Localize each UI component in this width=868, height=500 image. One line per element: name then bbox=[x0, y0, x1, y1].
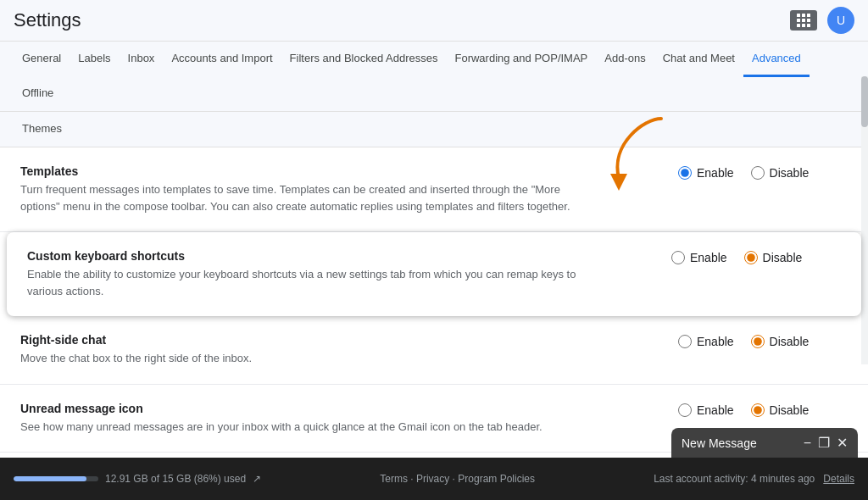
account-avatar[interactable]: U bbox=[827, 7, 854, 34]
tab-themes[interactable]: Themes bbox=[14, 112, 70, 147]
templates-text: Templates Turn frequent messages into te… bbox=[20, 164, 678, 214]
tab-chat-meet[interactable]: Chat and Meet bbox=[654, 42, 743, 77]
svg-rect-4 bbox=[802, 19, 805, 22]
svg-rect-5 bbox=[807, 19, 810, 22]
tab-filters-blocked[interactable]: Filters and Blocked Addresses bbox=[281, 42, 447, 77]
keyboard-disable-label: Disable bbox=[763, 251, 803, 264]
tab-inbox[interactable]: Inbox bbox=[120, 42, 164, 77]
svg-rect-8 bbox=[807, 24, 810, 27]
apps-icon[interactable] bbox=[790, 10, 817, 31]
new-message-popup: New Message − ❐ ✕ bbox=[671, 428, 858, 458]
keyboard-desc: Enable the ability to customize your key… bbox=[27, 266, 604, 299]
scrollbar-thumb[interactable] bbox=[861, 76, 868, 127]
chat-text: Right-side chat Move the chat box to the… bbox=[20, 333, 678, 367]
unread-disable-radio[interactable] bbox=[751, 403, 765, 417]
minimize-icon[interactable]: − bbox=[804, 436, 811, 451]
unread-disable-option[interactable]: Disable bbox=[751, 403, 810, 417]
storage-bar-fill bbox=[14, 476, 86, 481]
new-message-label: New Message bbox=[682, 436, 757, 450]
templates-desc: Turn frequent messages into templates to… bbox=[20, 181, 597, 214]
svg-rect-0 bbox=[797, 14, 800, 17]
unread-enable-label: Enable bbox=[697, 403, 734, 417]
templates-enable-option[interactable]: Enable bbox=[678, 166, 734, 180]
storage-bar bbox=[14, 476, 98, 481]
top-bar-right: U bbox=[790, 7, 854, 34]
tab-advanced[interactable]: Advanced bbox=[743, 42, 810, 77]
tab-offline[interactable]: Offline bbox=[14, 76, 62, 112]
keyboard-enable-option[interactable]: Enable bbox=[671, 251, 727, 264]
tab-general[interactable]: General bbox=[14, 42, 70, 77]
templates-title: Templates bbox=[20, 164, 644, 178]
unread-title: Unread message icon bbox=[20, 402, 644, 415]
unread-disable-label: Disable bbox=[770, 403, 810, 417]
chat-disable-label: Disable bbox=[770, 335, 810, 348]
keyboard-enable-label: Enable bbox=[690, 251, 727, 264]
external-link-icon[interactable]: ↗ bbox=[253, 473, 261, 485]
expand-icon[interactable]: ❐ bbox=[818, 435, 830, 451]
svg-rect-1 bbox=[802, 14, 805, 17]
unread-text: Unread message icon See how many unread … bbox=[20, 402, 678, 436]
custom-keyboard-section: Custom keyboard shortcuts Enable the abi… bbox=[7, 232, 861, 316]
footer: 12.91 GB of 15 GB (86%) used ↗ Terms · P… bbox=[0, 458, 868, 500]
templates-enable-radio[interactable] bbox=[678, 166, 692, 180]
footer-links: Terms · Privacy · Program Policies bbox=[380, 473, 535, 485]
templates-section: Templates Turn frequent messages into te… bbox=[0, 147, 868, 232]
chat-title: Right-side chat bbox=[20, 333, 644, 347]
new-message-actions: − ❐ ✕ bbox=[804, 435, 848, 451]
templates-disable-label: Disable bbox=[770, 166, 810, 180]
keyboard-disable-option[interactable]: Disable bbox=[744, 251, 803, 264]
chat-radio-group: Enable Disable bbox=[678, 335, 848, 348]
unread-radio-group: Enable Disable bbox=[678, 403, 848, 417]
activity-text: Last account activity: 4 minutes ago bbox=[654, 473, 815, 485]
top-bar: Settings U bbox=[0, 0, 868, 42]
templates-enable-label: Enable bbox=[697, 166, 734, 180]
svg-rect-3 bbox=[797, 19, 800, 22]
svg-rect-6 bbox=[797, 24, 800, 27]
keyboard-title: Custom keyboard shortcuts bbox=[27, 249, 637, 263]
footer-left: 12.91 GB of 15 GB (86%) used ↗ bbox=[14, 473, 261, 485]
tab-accounts-import[interactable]: Accounts and Import bbox=[163, 42, 281, 77]
details-link[interactable]: Details bbox=[823, 473, 854, 485]
keyboard-text: Custom keyboard shortcuts Enable the abi… bbox=[27, 249, 671, 299]
chat-desc: Move the chat box to the right side of t… bbox=[20, 350, 597, 367]
tab-add-ons[interactable]: Add-ons bbox=[596, 42, 654, 77]
unread-enable-option[interactable]: Enable bbox=[678, 403, 734, 417]
close-icon[interactable]: ✕ bbox=[837, 435, 848, 451]
chat-enable-radio[interactable] bbox=[678, 335, 692, 348]
nav-tabs-row1: General Labels Inbox Accounts and Import… bbox=[0, 42, 868, 112]
keyboard-enable-radio[interactable] bbox=[671, 251, 685, 264]
templates-disable-option[interactable]: Disable bbox=[751, 166, 810, 180]
page-title: Settings bbox=[14, 9, 81, 31]
keyboard-radio-group: Enable Disable bbox=[671, 251, 841, 264]
tab-labels[interactable]: Labels bbox=[70, 42, 119, 77]
footer-right: Last account activity: 4 minutes ago Det… bbox=[654, 473, 854, 485]
svg-rect-7 bbox=[802, 24, 805, 27]
scrollbar-track[interactable] bbox=[861, 76, 868, 364]
tab-forwarding[interactable]: Forwarding and POP/IMAP bbox=[446, 42, 596, 77]
unread-desc: See how many unread messages are in your… bbox=[20, 419, 597, 436]
chat-disable-option[interactable]: Disable bbox=[751, 335, 810, 348]
nav-tabs-row2: Themes bbox=[0, 112, 868, 147]
svg-rect-2 bbox=[807, 14, 810, 17]
chat-enable-option[interactable]: Enable bbox=[678, 335, 734, 348]
chat-disable-radio[interactable] bbox=[751, 335, 765, 348]
templates-radio-group: Enable Disable bbox=[678, 166, 848, 180]
right-side-chat-section: Right-side chat Move the chat box to the… bbox=[0, 316, 868, 385]
unread-enable-radio[interactable] bbox=[678, 403, 692, 417]
templates-disable-radio[interactable] bbox=[751, 166, 765, 180]
storage-text: 12.91 GB of 15 GB (86%) used bbox=[105, 473, 246, 485]
keyboard-disable-radio[interactable] bbox=[744, 251, 758, 264]
chat-enable-label: Enable bbox=[697, 335, 734, 348]
